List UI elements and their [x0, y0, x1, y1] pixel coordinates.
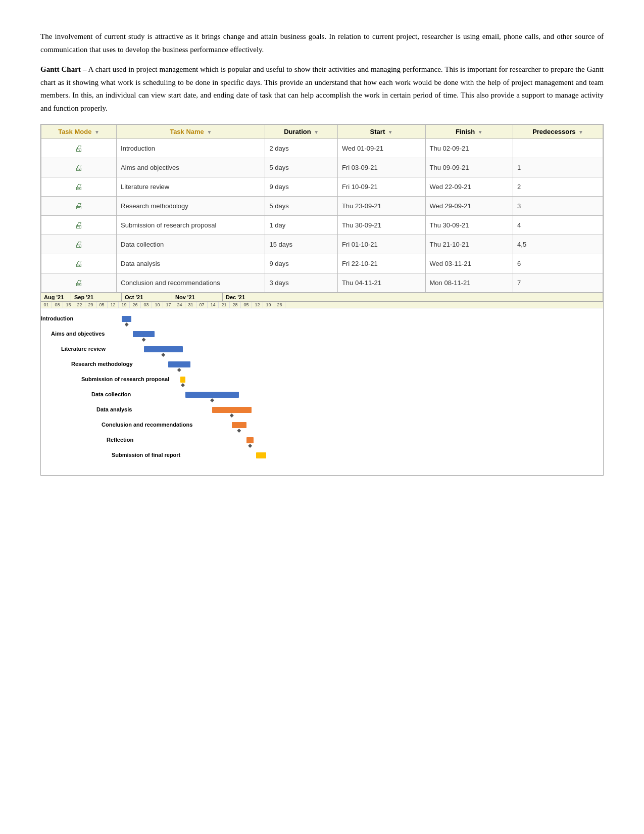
- table-row: 🖨 Data collection 15 days Fri 01-10-21 T…: [41, 235, 603, 254]
- day-cell: 22: [74, 302, 85, 308]
- header-task-name[interactable]: Task Name ▼: [117, 125, 265, 139]
- pred-cell: 2: [513, 177, 603, 197]
- start-cell: Thu 23-09-21: [337, 197, 425, 216]
- gantt-bar-row: Data analysis: [41, 403, 603, 418]
- gantt-bar: [168, 361, 190, 367]
- header-duration[interactable]: Duration ▼: [265, 125, 337, 139]
- task-mode-icon: 🖨: [75, 163, 83, 172]
- start-cell: Fri 10-09-21: [337, 177, 425, 197]
- connector-icon: [161, 353, 165, 357]
- month-aug: Aug '21: [41, 293, 71, 301]
- day-cell: 01: [41, 302, 52, 308]
- task-mode-icon: 🖨: [75, 259, 83, 268]
- duration-cell: 1 day: [265, 216, 337, 235]
- day-cell: 15: [63, 302, 74, 308]
- paragraph1: The involvement of current study is attr…: [40, 30, 604, 56]
- task-name-cell: Conclusion and recommendations: [117, 273, 265, 293]
- duration-cell: 5 days: [265, 197, 337, 216]
- day-cell: 05: [96, 302, 108, 308]
- pred-cell: [513, 139, 603, 158]
- day-cell: 08: [52, 302, 63, 308]
- task-mode-cell: 🖨: [41, 254, 117, 273]
- header-predecessors[interactable]: Predecessors ▼: [513, 125, 603, 139]
- gantt-table: Task Mode ▼ Task Name ▼ Duration ▼ Start…: [41, 124, 603, 293]
- gantt-bar-label: Submission of research proposal: [81, 376, 169, 382]
- gantt-bar-label: Reflection: [107, 437, 133, 443]
- gantt-bar: [180, 377, 185, 383]
- table-row: 🖨 Data analysis 9 days Fri 22-10-21 Wed …: [41, 254, 603, 273]
- day-cell: 21: [219, 302, 230, 308]
- duration-cell: 15 days: [265, 235, 337, 254]
- gantt-bar-row: Aims and objectives: [41, 328, 603, 342]
- month-dec: Dec '21: [223, 293, 603, 301]
- gantt-bar: [232, 422, 246, 428]
- finish-cell: Mon 08-11-21: [425, 273, 513, 293]
- header-finish[interactable]: Finish ▼: [425, 125, 513, 139]
- task-name-cell: Data collection: [117, 235, 265, 254]
- task-mode-icon: 🖨: [75, 279, 83, 288]
- pred-cell: 7: [513, 273, 603, 293]
- connector-icon: [177, 368, 181, 372]
- day-cell: 12: [252, 302, 263, 308]
- day-cell: 28: [230, 302, 241, 308]
- gantt-bar-row: Introduction: [41, 312, 603, 327]
- duration-cell: 3 days: [265, 273, 337, 293]
- header-start[interactable]: Start ▼: [337, 125, 425, 139]
- connector-icon: [248, 444, 252, 448]
- gantt-bar-row: Literature review: [41, 343, 603, 357]
- connector-icon: [181, 383, 185, 387]
- task-name-cell: Data analysis: [117, 254, 265, 273]
- gantt-bar-row: Submission of final report: [41, 449, 603, 463]
- task-name-cell: Literature review: [117, 177, 265, 197]
- finish-cell: Thu 30-09-21: [425, 216, 513, 235]
- connector-icon: [237, 429, 241, 433]
- finish-cell: Thu 09-09-21: [425, 158, 513, 177]
- table-row: 🖨 Introduction 2 days Wed 01-09-21 Thu 0…: [41, 139, 603, 158]
- gantt-bar: [246, 437, 254, 443]
- task-name-cell: Introduction: [117, 139, 265, 158]
- gantt-bar: [212, 407, 251, 413]
- gantt-bar: [256, 452, 266, 458]
- task-mode-icon: 🖨: [75, 221, 83, 230]
- day-cell: 26: [274, 302, 285, 308]
- task-mode-icon: 🖨: [75, 182, 83, 192]
- table-row: 🖨 Research methodology 5 days Thu 23-09-…: [41, 197, 603, 216]
- gantt-bar: [122, 316, 131, 322]
- connector-icon: [125, 322, 129, 327]
- gantt-bar-row: Submission of research proposal: [41, 373, 603, 387]
- start-cell: Fri 01-10-21: [337, 235, 425, 254]
- task-mode-cell: 🖨: [41, 197, 117, 216]
- task-name-cell: Aims and objectives: [117, 158, 265, 177]
- day-cell: 19: [119, 302, 130, 308]
- pred-cell: 4: [513, 216, 603, 235]
- month-oct: Oct '21: [122, 293, 172, 301]
- gantt-bar-label: Aims and objectives: [51, 331, 105, 337]
- gantt-chart-label: Gantt Chart –: [40, 65, 86, 73]
- day-cell: 17: [163, 302, 174, 308]
- table-row: 🖨 Literature review 9 days Fri 10-09-21 …: [41, 177, 603, 197]
- connector-icon: [210, 398, 214, 402]
- gantt-visual-section: Aug '21 Sep '21 Oct '21 Nov '21 Dec '21 …: [40, 293, 604, 476]
- gantt-bars-area: IntroductionAims and objectivesLiteratur…: [41, 308, 603, 470]
- duration-cell: 9 days: [265, 177, 337, 197]
- task-mode-cell: 🖨: [41, 158, 117, 177]
- task-mode-icon: 🖨: [75, 240, 83, 249]
- gantt-bar: [144, 346, 183, 352]
- month-nov: Nov '21: [172, 293, 223, 301]
- start-cell: Fri 03-09-21: [337, 158, 425, 177]
- header-task-mode[interactable]: Task Mode ▼: [41, 125, 117, 139]
- duration-cell: 5 days: [265, 158, 337, 177]
- day-cell: 14: [208, 302, 219, 308]
- gantt-bar-label: Submission of final report: [112, 452, 180, 458]
- task-mode-icon: 🖨: [75, 202, 83, 211]
- table-row: 🖨 Submission of research proposal 1 day …: [41, 216, 603, 235]
- task-name-cell: Research methodology: [117, 197, 265, 216]
- gantt-bar: [185, 392, 239, 398]
- day-cell: 05: [241, 302, 252, 308]
- table-row: 🖨 Aims and objectives 5 days Fri 03-09-2…: [41, 158, 603, 177]
- connector-icon: [230, 413, 234, 418]
- duration-cell: 9 days: [265, 254, 337, 273]
- day-cell: 24: [174, 302, 185, 308]
- connector-icon: [142, 338, 146, 342]
- pred-cell: 6: [513, 254, 603, 273]
